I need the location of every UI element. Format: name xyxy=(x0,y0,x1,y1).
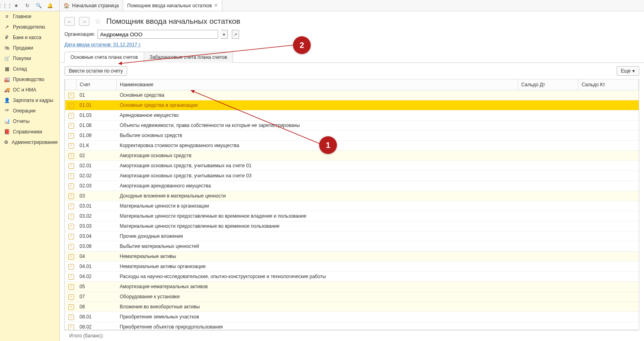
row-icon: Т xyxy=(65,272,76,282)
row-debit xyxy=(518,131,578,141)
table-row[interactable]: Т02.03Амортизация арендованного имуществ… xyxy=(65,181,639,191)
back-button[interactable]: ← xyxy=(64,17,75,26)
table-row[interactable]: Т03.02Материальные ценности предоставлен… xyxy=(65,211,639,221)
sidebar-item[interactable]: 📕Справочники xyxy=(0,127,59,137)
row-icon: Т xyxy=(65,252,76,262)
date-link-row: Дата ввода остатков: 31.12.2017 г. xyxy=(60,41,644,52)
table-row[interactable]: Т02.01Амортизация основных средств, учит… xyxy=(65,161,639,171)
row-account: 02.01 xyxy=(76,161,117,171)
open-button[interactable]: ↗ xyxy=(232,30,239,39)
row-icon: Т xyxy=(65,110,76,121)
col-account[interactable]: Счет xyxy=(76,79,117,90)
table-row[interactable]: Т05Амортизация нематериальных активов xyxy=(65,282,639,292)
table-row[interactable]: Т04Нематериальные активы xyxy=(65,252,639,262)
row-debit xyxy=(518,272,578,282)
sidebar-item[interactable]: 👤Зарплата и кадры xyxy=(0,95,59,106)
row-name: Материальные ценности в организации xyxy=(117,201,518,211)
table-row[interactable]: Т02.02Амортизация основных средств, учит… xyxy=(65,171,639,181)
sidebar: ≡Главное↗Руководителю₽Банк и касса🛍Прода… xyxy=(0,11,60,341)
table-row[interactable]: Т01.08Объекты недвижимости, права собств… xyxy=(65,121,639,131)
search-icon[interactable]: 🔍 xyxy=(35,2,42,9)
tab-main-accounts[interactable]: Основные счета плана счетов xyxy=(64,52,144,63)
sidebar-icon: 📕 xyxy=(4,129,10,135)
sidebar-item[interactable]: 🚚ОС и НМА xyxy=(0,85,59,95)
star-icon[interactable]: ★ xyxy=(13,2,19,9)
dropdown-button[interactable]: ▾ xyxy=(221,30,228,39)
row-account: 01.03 xyxy=(76,110,117,121)
table-row[interactable]: Т04.01Нематериальные активы организации xyxy=(65,262,639,272)
organization-row: Организация: ▾ ↗ xyxy=(60,29,644,41)
table-row[interactable]: Т01.ККорректировка стоимости арендованно… xyxy=(65,141,639,151)
sidebar-item[interactable]: ₽Банк и касса xyxy=(0,32,59,43)
table-row[interactable]: Т03.01Материальные ценности в организаци… xyxy=(65,201,639,211)
table-row[interactable]: Т08.02Приобретение объектов природопольз… xyxy=(65,322,639,331)
home-icon: 🏠 xyxy=(64,3,70,8)
callout-2: 2 xyxy=(293,36,311,54)
table-row[interactable]: Т01Основные средства xyxy=(65,90,639,100)
table-row[interactable]: Т07Оборудование к установке xyxy=(65,292,639,302)
row-credit xyxy=(578,161,639,171)
sidebar-item[interactable]: 🏭Производство xyxy=(0,74,59,85)
table-row[interactable]: Т01.09Выбытие основных средств xyxy=(65,131,639,141)
table-row[interactable]: Т08Вложения во внеоборотные активы xyxy=(65,302,639,312)
row-account: 01 xyxy=(76,90,117,100)
row-account: 08 xyxy=(76,302,117,312)
sidebar-item[interactable]: 🛒Покупки xyxy=(0,53,59,64)
row-credit xyxy=(578,90,639,100)
col-credit[interactable]: Сальдо Кт xyxy=(578,79,639,90)
more-button[interactable]: Еще ▾ xyxy=(617,66,639,76)
tab-assistant[interactable]: Помощник ввода начальных остатков ✕ xyxy=(123,0,222,11)
row-credit xyxy=(578,231,639,241)
sidebar-item[interactable]: ▦Склад xyxy=(0,64,59,74)
table-row[interactable]: Т02Амортизация основных средств xyxy=(65,151,639,161)
row-debit xyxy=(518,141,578,151)
accounts-table-wrap[interactable]: Счет Наименование Сальдо Дт Сальдо Кт Т0… xyxy=(64,79,639,330)
sidebar-icon: ₽ xyxy=(4,35,10,40)
row-icon: Т xyxy=(65,191,76,201)
table-row[interactable]: Т03Доходные вложения в материальные ценн… xyxy=(65,191,639,201)
sidebar-label: Администрирование xyxy=(12,139,58,145)
sidebar-item[interactable]: ᵅᵝОперации xyxy=(0,106,59,116)
sidebar-item[interactable]: ⚙Администрирование xyxy=(0,137,59,148)
sidebar-item[interactable]: 📊Отчеты xyxy=(0,116,59,127)
row-debit xyxy=(518,171,578,181)
col-name[interactable]: Наименование xyxy=(117,79,518,90)
row-credit xyxy=(578,292,639,302)
tab-home[interactable]: 🏠 Начальная страница xyxy=(60,0,123,11)
row-icon: Т xyxy=(65,211,76,221)
row-credit xyxy=(578,100,639,110)
forward-button[interactable]: → xyxy=(79,17,89,26)
row-account: 03.04 xyxy=(76,231,117,241)
row-account: 08.01 xyxy=(76,312,117,322)
bell-icon[interactable]: 🔔 xyxy=(47,2,53,9)
table-row[interactable]: Т08.01Приобретение земельных участков xyxy=(65,312,639,322)
sidebar-item[interactable]: ≡Главное xyxy=(0,11,59,22)
sidebar-icon: ↗ xyxy=(4,24,10,30)
tab-offbalance-accounts[interactable]: Забалансовые счета плана счетов xyxy=(144,52,233,63)
sidebar-item[interactable]: 🛍Продажи xyxy=(0,43,59,53)
history-icon[interactable]: ↻ xyxy=(24,2,31,9)
table-row[interactable]: Т03.03Материальные ценности предоставлен… xyxy=(65,221,639,231)
accounts-table: Счет Наименование Сальдо Дт Сальдо Кт Т0… xyxy=(65,79,639,330)
col-debit[interactable]: Сальдо Дт xyxy=(518,79,578,90)
favorite-button[interactable]: ☆ xyxy=(93,17,102,26)
date-link[interactable]: Дата ввода остатков: 31.12.2017 г. xyxy=(64,42,141,48)
row-debit xyxy=(518,181,578,191)
sidebar-item[interactable]: ↗Руководителю xyxy=(0,22,59,32)
table-row[interactable]: Т03.09Выбытие материальных ценностей xyxy=(65,241,639,252)
row-account: 02.02 xyxy=(76,171,117,181)
enter-balance-button[interactable]: Ввести остатки по счету xyxy=(64,66,127,76)
row-credit xyxy=(578,131,639,141)
close-icon[interactable]: ✕ xyxy=(214,3,218,8)
table-row[interactable]: Т01.03Арендованное имущество xyxy=(65,110,639,121)
table-row[interactable]: Т04.02Расходы на научно-исследовательски… xyxy=(65,272,639,282)
row-account: 01.01 xyxy=(76,100,117,110)
apps-icon[interactable]: ⋮⋮⋮ xyxy=(2,2,8,9)
organization-input[interactable] xyxy=(97,30,218,39)
sidebar-label: ОС и НМА xyxy=(13,87,36,93)
table-row[interactable]: Т01.01Основные средства в организации xyxy=(65,100,639,110)
row-debit xyxy=(518,292,578,302)
row-debit xyxy=(518,121,578,131)
sidebar-label: Зарплата и кадры xyxy=(13,98,53,103)
table-row[interactable]: Т03.04Прочие доходные вложения xyxy=(65,231,639,241)
